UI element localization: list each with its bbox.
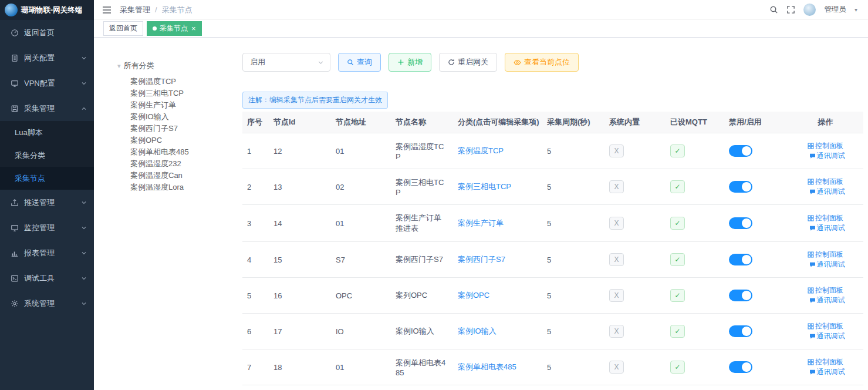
- tree-item[interactable]: 案例生产订单: [130, 99, 242, 111]
- logo-bar: 珊瑚物联-网关终端: [0, 0, 94, 20]
- enable-toggle[interactable]: [729, 217, 752, 229]
- cell-period: 5: [542, 205, 604, 242]
- restart-button-label: 重启网关: [458, 57, 488, 68]
- cell-actions: 控制面板 通讯调试: [788, 242, 863, 278]
- comm-debug-link[interactable]: 通讯调试: [809, 260, 845, 270]
- search-button[interactable]: 查询: [338, 53, 381, 72]
- app-root: 珊瑚物联-网关终端 返回首页 网关配置 VPN配置 采集管理 Lua脚本: [0, 0, 868, 390]
- comm-debug-link[interactable]: 通讯调试: [809, 187, 845, 197]
- enable-toggle[interactable]: [729, 361, 752, 373]
- user-dropdown-caret-icon[interactable]: ▾: [855, 6, 857, 13]
- tree-root-all-categories[interactable]: ▾ 所有分类: [117, 60, 242, 71]
- hamburger-icon[interactable]: [94, 6, 120, 14]
- sidebar-subitem-lua-script[interactable]: Lua脚本: [0, 121, 94, 144]
- sidebar-item-debug-tools[interactable]: 调试工具: [0, 265, 94, 291]
- category-link[interactable]: 案例OPC: [458, 291, 489, 300]
- enable-toggle[interactable]: [729, 325, 752, 337]
- view-current-points-button[interactable]: 查看当前点位: [505, 53, 579, 72]
- comm-debug-link[interactable]: 通讯调试: [809, 223, 845, 233]
- tree-item[interactable]: 案例温湿度232: [130, 158, 242, 170]
- control-panel-link[interactable]: 控制面板: [808, 141, 843, 151]
- enable-toggle[interactable]: [729, 254, 752, 265]
- tree-item[interactable]: 案例温度TCP: [130, 76, 242, 88]
- tree-item[interactable]: 案例温湿度Can: [130, 170, 242, 181]
- control-panel-link[interactable]: 控制面板: [808, 357, 843, 367]
- category-link[interactable]: 案例西门子S7: [458, 255, 505, 264]
- sidebar-item-system-mgmt[interactable]: 系统管理: [0, 291, 94, 316]
- add-button[interactable]: 新增: [389, 53, 431, 72]
- table-row: 7 18 01 案例单相电表485 案例单相电表485 5 X ✓ 控制面板 通…: [242, 349, 863, 385]
- node-table: 序号 节点Id 节点地址 节点名称 分类(点击可编辑采集项) 采集周期(秒) 系…: [242, 112, 863, 390]
- cell-node-id: 16: [269, 278, 331, 314]
- status-filter-select[interactable]: 启用: [242, 53, 330, 72]
- control-panel-link[interactable]: 控制面板: [808, 177, 843, 187]
- sidebar-item-gateway-config[interactable]: 网关配置: [0, 45, 94, 70]
- cell-enable: [724, 278, 788, 314]
- cell-actions: 控制面板 通讯调试: [788, 385, 863, 390]
- tree-item[interactable]: 案例IO输入: [130, 111, 242, 123]
- cell-node-name: 案例温湿度232: [391, 385, 453, 390]
- category-link[interactable]: 案例三相电TCP: [458, 182, 511, 191]
- sidebar-item-monitor-mgmt[interactable]: 监控管理: [0, 215, 94, 240]
- comm-debug-link[interactable]: 通讯调试: [809, 367, 845, 377]
- tree-item[interactable]: 案例OPC: [130, 135, 242, 146]
- cell-node-address: S7: [331, 242, 391, 278]
- cell-builtin: X: [604, 278, 666, 314]
- tag-label: 返回首页: [109, 23, 137, 33]
- tree-item[interactable]: 案例温湿度Lora: [130, 181, 242, 193]
- enable-toggle[interactable]: [729, 181, 752, 193]
- collect-submenu: Lua脚本 采集分类 采集节点: [0, 121, 94, 190]
- comm-debug-icon: [809, 297, 816, 304]
- control-panel-link[interactable]: 控制面板: [808, 285, 843, 295]
- category-link[interactable]: 案例IO输入: [458, 327, 497, 335]
- report-icon: [11, 249, 19, 257]
- table-row: 2 13 02 案例三相电TCP 案例三相电TCP 5 X ✓ 控制面板 通讯调…: [242, 169, 863, 205]
- enable-toggle[interactable]: [729, 145, 752, 157]
- collection-icon: [11, 105, 19, 113]
- cell-index: 3: [242, 205, 269, 242]
- cell-node-name: 案例温湿度TCP: [391, 133, 453, 169]
- comm-debug-label: 通讯调试: [817, 223, 845, 233]
- category-link[interactable]: 案例生产订单: [458, 218, 504, 227]
- search-icon[interactable]: [769, 5, 778, 14]
- status-filter-value: 启用: [250, 57, 265, 68]
- cell-builtin: X: [604, 314, 666, 349]
- sidebar-item-vpn-config[interactable]: VPN配置: [0, 70, 94, 96]
- cell-node-id: 17: [269, 314, 331, 349]
- restart-gateway-button[interactable]: 重启网关: [439, 53, 497, 72]
- cell-enable: [724, 133, 788, 169]
- fullscreen-icon[interactable]: [786, 5, 795, 14]
- enable-toggle[interactable]: [729, 290, 752, 301]
- close-icon[interactable]: ×: [191, 25, 196, 32]
- sidebar-subitem-collect-node[interactable]: 采集节点: [0, 167, 94, 190]
- sidebar-item-home[interactable]: 返回首页: [0, 20, 94, 45]
- tag-home[interactable]: 返回首页: [103, 21, 143, 36]
- tag-collect-node[interactable]: 采集节点 ×: [147, 21, 202, 36]
- control-panel-link[interactable]: 控制面板: [808, 321, 843, 331]
- breadcrumb-level1[interactable]: 采集管理: [120, 5, 150, 15]
- control-panel-link[interactable]: 控制面板: [808, 250, 843, 260]
- comm-debug-link[interactable]: 通讯调试: [809, 295, 845, 305]
- tree-item[interactable]: 案例单相电表485: [130, 146, 242, 158]
- control-panel-label: 控制面板: [815, 250, 843, 260]
- comm-debug-link[interactable]: 通讯调试: [809, 151, 845, 161]
- avatar[interactable]: [803, 4, 816, 16]
- sidebar-item-report-mgmt[interactable]: 报表管理: [0, 240, 94, 265]
- sidebar-item-push-mgmt[interactable]: 推送管理: [0, 190, 94, 215]
- tree-item[interactable]: 案例三相电TCP: [130, 88, 242, 99]
- mqtt-badge: ✓: [670, 325, 685, 338]
- search-icon: [347, 59, 354, 66]
- comm-debug-link[interactable]: 通讯调试: [809, 331, 845, 341]
- plus-icon: [397, 59, 404, 66]
- sidebar-subitem-collect-category[interactable]: 采集分类: [0, 144, 94, 167]
- category-link[interactable]: 案例温度TCP: [458, 146, 504, 155]
- tag-label: 采集节点: [160, 23, 188, 33]
- username[interactable]: 管理员: [824, 5, 846, 15]
- tree-item[interactable]: 案例西门子S7: [130, 123, 242, 135]
- sidebar-item-collect-mgmt[interactable]: 采集管理: [0, 96, 94, 121]
- category-link[interactable]: 案例单相电表485: [458, 362, 516, 371]
- control-panel-link[interactable]: 控制面板: [808, 213, 843, 223]
- search-button-label: 查询: [357, 57, 372, 68]
- sidebar-subitem-label: Lua脚本: [15, 127, 43, 138]
- main-content: 启用 查询 新增 重启网关 查看当前点位 注解：编辑采集节点后需要重启网关才生效: [242, 38, 868, 390]
